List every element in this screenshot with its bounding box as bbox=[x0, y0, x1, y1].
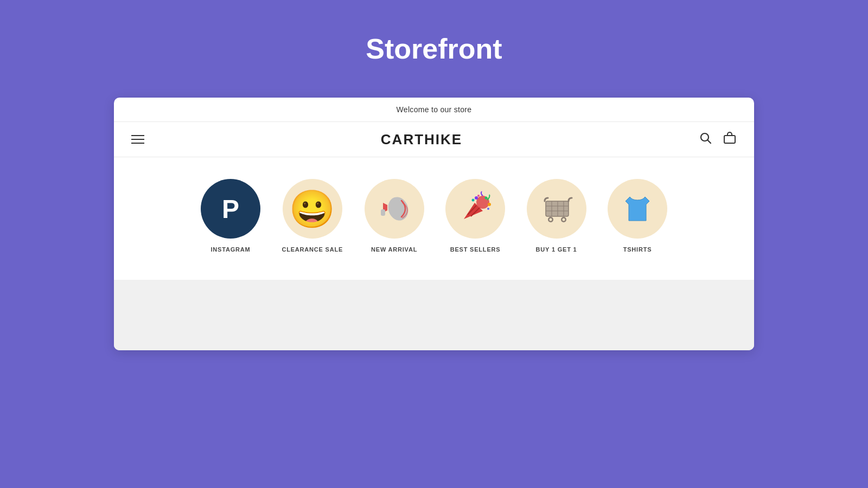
category-label-instagram: INSTAGRAM bbox=[211, 246, 251, 253]
svg-point-24 bbox=[549, 219, 552, 221]
search-button[interactable] bbox=[699, 131, 712, 147]
svg-line-1 bbox=[708, 140, 711, 144]
best-sellers-icon bbox=[456, 189, 495, 228]
storefront-container: Welcome to our store CARTHIKE bbox=[114, 98, 754, 350]
svg-point-25 bbox=[562, 219, 565, 221]
hamburger-menu-button[interactable] bbox=[131, 135, 144, 144]
svg-rect-5 bbox=[381, 209, 385, 216]
svg-point-15 bbox=[472, 199, 475, 202]
category-circle-best-sellers bbox=[445, 179, 505, 239]
svg-point-10 bbox=[475, 196, 478, 200]
category-label-new-arrival: NEW ARRIVAL bbox=[371, 246, 417, 253]
header-icons bbox=[699, 131, 737, 148]
instagram-icon: P bbox=[222, 194, 239, 224]
category-circle-tshirts bbox=[608, 179, 667, 239]
category-item-instagram[interactable]: P INSTAGRAM bbox=[201, 179, 260, 253]
welcome-text: Welcome to our store bbox=[397, 105, 472, 114]
category-item-tshirts[interactable]: TSHIRTS bbox=[608, 179, 667, 253]
hamburger-line-2 bbox=[131, 139, 144, 140]
category-item-clearance-sale[interactable]: 😀 CLEARANCE SALE bbox=[282, 179, 343, 253]
svg-rect-16 bbox=[546, 201, 569, 216]
category-label-best-sellers: BEST SELLERS bbox=[450, 246, 501, 253]
svg-point-14 bbox=[477, 195, 480, 197]
bag-icon bbox=[723, 131, 737, 145]
category-label-clearance-sale: CLEARANCE SALE bbox=[282, 246, 343, 253]
svg-rect-2 bbox=[724, 136, 735, 143]
cart-icon bbox=[537, 189, 576, 228]
category-circle-buy1get1 bbox=[527, 179, 586, 239]
clearance-sale-icon: 😀 bbox=[289, 190, 335, 227]
category-circle-clearance-sale: 😀 bbox=[283, 179, 342, 239]
bag-button[interactable] bbox=[723, 131, 737, 148]
megaphone-icon bbox=[375, 190, 413, 228]
hamburger-line-3 bbox=[131, 143, 144, 144]
category-item-buy1get1[interactable]: BUY 1 GET 1 bbox=[527, 179, 586, 253]
welcome-bar: Welcome to our store bbox=[114, 98, 754, 122]
category-item-best-sellers[interactable]: BEST SELLERS bbox=[445, 179, 505, 253]
store-name: CARTHIKE bbox=[381, 131, 462, 148]
category-circle-new-arrival bbox=[365, 179, 424, 239]
category-item-new-arrival[interactable]: NEW ARRIVAL bbox=[365, 179, 424, 253]
category-label-buy1get1: BUY 1 GET 1 bbox=[536, 246, 577, 253]
page-title: Storefront bbox=[366, 33, 502, 65]
search-icon bbox=[699, 131, 712, 144]
store-header: CARTHIKE bbox=[114, 122, 754, 157]
svg-point-13 bbox=[487, 208, 489, 210]
tshirt-icon bbox=[618, 189, 657, 228]
category-label-tshirts: TSHIRTS bbox=[623, 246, 652, 253]
svg-point-12 bbox=[488, 203, 491, 206]
svg-point-11 bbox=[485, 197, 488, 200]
hamburger-line-1 bbox=[131, 135, 144, 136]
category-circle-instagram: P bbox=[201, 179, 260, 239]
footer-gray-area bbox=[114, 280, 754, 350]
categories-section: P INSTAGRAM 😀 CLEARANCE SALE bbox=[114, 157, 754, 280]
